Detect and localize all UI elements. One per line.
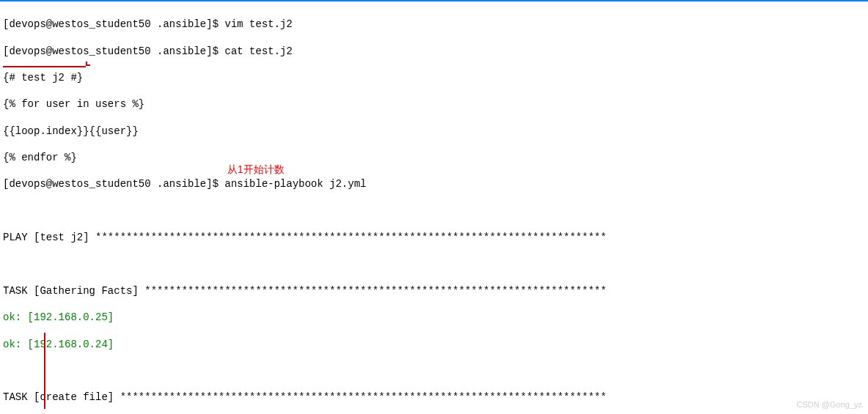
- file-content: {{loop.index}}{{user}}: [3, 125, 865, 138]
- annotation-vline: [44, 333, 45, 409]
- file-content: {% endfor %}: [3, 151, 865, 164]
- annotation-hook: [86, 62, 90, 66]
- task-header: TASK [Gathering Facts] *****************…: [3, 284, 865, 297]
- file-content: {# test j2 #}: [3, 71, 865, 84]
- cmd-line: [devops@westos_student50 .ansible]$ ansi…: [3, 177, 865, 191]
- task-result-ok: ok: [192.168.0.24]: [3, 338, 865, 351]
- cmd-line: [devops@westos_student50 .ansible]$ cat …: [3, 45, 865, 58]
- cmd-line: [devops@westos_student50 .ansible]$ vim …: [3, 18, 865, 31]
- annotation-text: 从1开始计数: [227, 163, 284, 176]
- annotation-underline: [3, 66, 86, 67]
- play-header: PLAY [test j2] *************************…: [3, 231, 865, 244]
- file-content: {% for user in users %}: [3, 97, 865, 111]
- watermark-text: CSDN @Gong_yz: [797, 399, 862, 410]
- task-header: TASK [create file] *********************…: [3, 391, 865, 404]
- terminal-output: [devops@westos_student50 .ansible]$ vim …: [3, 4, 865, 414]
- task-result-ok: ok: [192.168.0.25]: [3, 311, 865, 324]
